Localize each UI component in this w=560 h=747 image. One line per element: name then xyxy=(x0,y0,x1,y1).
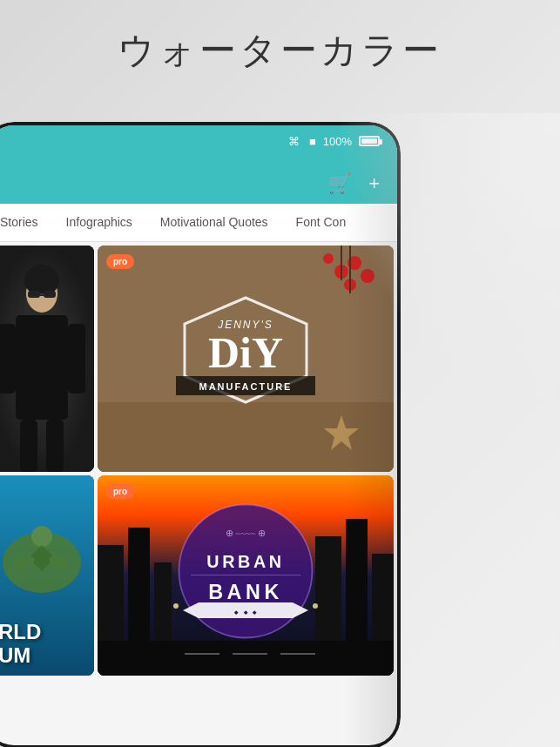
content-area: pro JENNY'S DiY MANUFACTURE xyxy=(0,242,397,745)
svg-marker-27 xyxy=(324,415,359,450)
card-turtle[interactable]: RLDUM xyxy=(0,475,94,676)
add-icon[interactable]: + xyxy=(368,172,380,195)
pro-badge-diy: pro xyxy=(106,254,134,269)
woman-photo xyxy=(0,246,94,472)
device-screen: ⌘ ■ 100% 🛒 + Stories Infographics Motiva… xyxy=(0,125,397,745)
svg-point-32 xyxy=(31,526,52,547)
svg-point-16 xyxy=(361,269,374,283)
svg-text:URBAN: URBAN xyxy=(206,552,284,571)
svg-rect-9 xyxy=(28,291,40,298)
card-row-1: pro JENNY'S DiY MANUFACTURE xyxy=(0,242,397,474)
svg-text:MANUFACTURE: MANUFACTURE xyxy=(199,381,293,392)
header-icons: 🛒 + xyxy=(327,172,380,195)
card-urban-bank[interactable]: pro ⊕ ~~~~ ⊕ URBAN BANK xyxy=(98,475,394,676)
app-header: ⌘ ■ 100% 🛒 + xyxy=(0,125,397,204)
battery-percent: 100% xyxy=(323,135,352,148)
diy-background: pro JENNY'S DiY MANUFACTURE xyxy=(98,246,394,472)
world-text: RLDUM xyxy=(0,621,41,667)
pro-badge-urban: pro xyxy=(106,484,134,499)
svg-rect-2 xyxy=(16,315,68,420)
tab-stories[interactable]: Stories xyxy=(0,204,52,241)
nav-tabs: Stories Infographics Motivational Quotes… xyxy=(0,204,397,242)
svg-point-17 xyxy=(323,253,334,264)
urban-background: pro ⊕ ~~~~ ⊕ URBAN BANK xyxy=(98,475,394,676)
tab-infographics[interactable]: Infographics xyxy=(52,204,146,241)
tab-font-con[interactable]: Font Con xyxy=(282,204,361,241)
svg-rect-6 xyxy=(46,420,64,472)
svg-text:⊕ ~~~~ ⊕: ⊕ ~~~~ ⊕ xyxy=(226,528,267,538)
svg-text:DiY: DiY xyxy=(208,328,283,377)
status-bar: ⌘ ■ 100% xyxy=(0,125,397,157)
svg-rect-10 xyxy=(44,291,56,298)
card-row-2: RLDUM xyxy=(0,474,397,679)
cart-icon[interactable]: 🛒 xyxy=(327,172,351,195)
device-frame: ⌘ ■ 100% 🛒 + Stories Infographics Motiva… xyxy=(0,122,401,747)
card-woman[interactable] xyxy=(0,246,94,472)
svg-rect-3 xyxy=(0,324,16,394)
battery-icon xyxy=(359,136,380,146)
svg-text:⬥ ⬥ ⬥: ⬥ ⬥ ⬥ xyxy=(233,607,258,616)
svg-rect-5 xyxy=(20,420,37,472)
page-title: ウォーターカラー xyxy=(0,26,560,75)
turtle-overlay: RLDUM xyxy=(0,475,94,676)
card-diy[interactable]: pro JENNY'S DiY MANUFACTURE xyxy=(98,246,394,472)
tab-motivational-quotes[interactable]: Motivational Quotes xyxy=(146,204,282,241)
svg-text:BANK: BANK xyxy=(208,581,283,603)
title-area: ウォーターカラー xyxy=(0,26,560,75)
svg-rect-4 xyxy=(68,324,85,394)
wifi-icon: ⌘ ■ xyxy=(288,135,316,148)
